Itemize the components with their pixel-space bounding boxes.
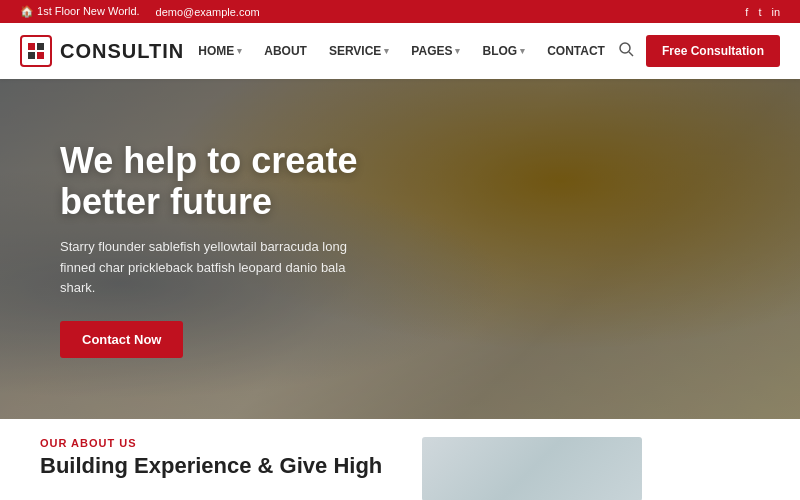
hero-title: We help to create better future (60, 140, 440, 223)
about-us-image (422, 437, 642, 500)
facebook-icon[interactable]: f (745, 6, 748, 18)
search-icon[interactable] (619, 42, 634, 60)
about-us-text: OUR ABOUT US Building Experience & Give … (40, 437, 382, 479)
svg-rect-0 (28, 43, 35, 50)
blog-dropdown-arrow: ▾ (520, 46, 525, 56)
navbar: CONSULTIN HOME▾ ABOUT SERVICE▾ PAGES▾ BL… (0, 23, 800, 79)
address-text: 🏠 1st Floor New World. (20, 5, 140, 18)
about-us-image-placeholder (422, 437, 642, 500)
hero-content: We help to create better future Starry f… (60, 140, 440, 358)
section-heading: Building Experience & Give High (40, 453, 382, 479)
logo-icon (20, 35, 52, 67)
top-bar-social: f t in (745, 6, 780, 18)
pages-dropdown-arrow: ▾ (455, 46, 460, 56)
logo: CONSULTIN (20, 35, 184, 67)
nav-contact[interactable]: CONTACT (547, 44, 605, 58)
twitter-icon[interactable]: t (758, 6, 761, 18)
svg-line-5 (629, 52, 633, 56)
svg-point-4 (620, 43, 630, 53)
instagram-icon[interactable]: in (771, 6, 780, 18)
below-hero-section: OUR ABOUT US Building Experience & Give … (0, 419, 800, 500)
nav-home[interactable]: HOME▾ (198, 44, 242, 58)
svg-rect-3 (37, 52, 44, 59)
nav-pages[interactable]: PAGES▾ (411, 44, 460, 58)
free-consultation-button[interactable]: Free Consultation (646, 35, 780, 67)
hero-section: We help to create better future Starry f… (0, 79, 800, 419)
nav-about[interactable]: ABOUT (264, 44, 307, 58)
top-bar: 🏠 1st Floor New World. demo@example.com … (0, 0, 800, 23)
section-label: OUR ABOUT US (40, 437, 382, 449)
svg-rect-2 (28, 52, 35, 59)
nav-service[interactable]: SERVICE▾ (329, 44, 389, 58)
top-bar-left: 🏠 1st Floor New World. demo@example.com (20, 5, 260, 18)
home-dropdown-arrow: ▾ (237, 46, 242, 56)
hero-subtitle: Starry flounder sablefish yellowtail bar… (60, 237, 380, 299)
service-dropdown-arrow: ▾ (384, 46, 389, 56)
svg-rect-1 (37, 43, 44, 50)
nav-blog[interactable]: BLOG▾ (482, 44, 525, 58)
nav-right: Free Consultation (619, 35, 780, 67)
home-icon: 🏠 (20, 5, 37, 17)
logo-text: CONSULTIN (60, 40, 184, 63)
contact-now-button[interactable]: Contact Now (60, 321, 183, 358)
nav-links: HOME▾ ABOUT SERVICE▾ PAGES▾ BLOG▾ CONTAC… (198, 44, 605, 58)
email-text: demo@example.com (156, 6, 260, 18)
